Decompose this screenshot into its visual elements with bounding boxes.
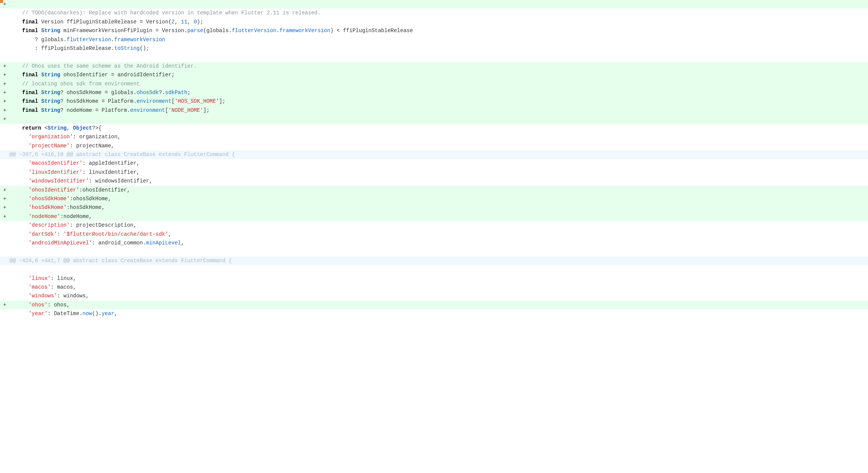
highlight-marker — [0, 0, 3, 3]
gutter: + — [0, 195, 9, 203]
code: final String ohosIdentifier = androidIde… — [9, 71, 868, 79]
diff-line: + — [0, 0, 868, 9]
diff-line: final String minFrameworkVersionFfiPlugi… — [0, 26, 868, 35]
code: final String? nodeHome = Platform.enviro… — [9, 106, 868, 115]
hunk-header: @@ -397,6 +410,10 @@ abstract class Crea… — [0, 150, 868, 159]
diff-line: 'windowsIdentifier': windowsIdentifier, — [0, 177, 868, 185]
code — [9, 115, 868, 124]
gutter: + — [0, 186, 9, 195]
code: 'linux': linux, — [9, 274, 868, 283]
gutter: + — [0, 203, 9, 212]
diff-line-added: + 'nodeHome':nodeHome, — [0, 212, 868, 221]
gutter — [0, 44, 9, 53]
code: 'macos': macos, — [9, 283, 868, 292]
code: 'nodeHome':nodeHome, — [9, 212, 868, 221]
code: 'year': DateTime.now().year, — [9, 309, 868, 318]
gutter: + — [0, 62, 9, 71]
gutter — [0, 274, 9, 283]
diff-line: 'dartSdk': '$flutterRoot/bin/cache/dart-… — [0, 230, 868, 239]
gutter — [0, 292, 9, 300]
code: 'projectName': projectName, — [9, 142, 868, 150]
diff-line-added: + // Ohos uses the same scheme as the An… — [0, 62, 868, 71]
gutter: + — [0, 88, 9, 97]
diff-line: 'organization': organization, — [0, 133, 868, 141]
code: 'windowsIdentifier': windowsIdentifier, — [9, 177, 868, 185]
diff-line-added: + final String? nodeHome = Platform.envi… — [0, 106, 868, 115]
diff-line-added: + — [0, 115, 868, 124]
code: // Ohos uses the same scheme as the Andr… — [9, 62, 868, 71]
gutter — [0, 168, 9, 177]
code — [9, 265, 868, 274]
code: // locating ohos sdk from environment — [9, 80, 868, 88]
code: 'androidMinApiLevel': android_common.min… — [9, 239, 868, 247]
diff-line-added: + 'ohos': ohos, — [0, 301, 868, 309]
hunk-header: @@ -424,6 +441,7 @@ abstract class Creat… — [0, 257, 868, 265]
gutter — [0, 239, 9, 247]
gutter — [0, 133, 9, 141]
gutter — [0, 26, 9, 35]
diff-line — [0, 53, 868, 62]
gutter — [0, 142, 9, 150]
gutter — [0, 177, 9, 185]
code: final String minFrameworkVersionFfiPlugi… — [9, 26, 868, 35]
code: // TODO(dacoharkes): Replace with hardco… — [9, 9, 868, 17]
gutter — [0, 265, 9, 274]
code: 'ohosIdentifier':ohosIdentifier, — [9, 186, 868, 195]
gutter — [0, 247, 9, 256]
code: return <String, Object?>{ — [9, 124, 868, 133]
diff-line: 'linuxIdentifier': linuxIdentifier, — [0, 168, 868, 177]
code: 'ohos': ohos, — [9, 301, 868, 309]
diff-line-added: + // locating ohos sdk from environment — [0, 80, 868, 88]
code: final Version ffiPluginStableRelease = V… — [9, 18, 868, 26]
diff-line: 'description': projectDescription, — [0, 221, 868, 230]
gutter: + — [0, 97, 9, 106]
gutter: + — [0, 115, 9, 124]
code — [9, 0, 868, 9]
gutter — [0, 9, 9, 17]
diff-line: 'projectName': projectName, — [0, 142, 868, 150]
gutter — [0, 53, 9, 62]
diff-line: ? globals.flutterVersion.frameworkVersio… — [0, 36, 868, 44]
gutter: + — [0, 212, 9, 221]
code: ? globals.flutterVersion.frameworkVersio… — [9, 36, 868, 44]
diff-line: final Version ffiPluginStableRelease = V… — [0, 18, 868, 26]
diff-line — [0, 247, 868, 256]
diff-line: // TODO(dacoharkes): Replace with hardco… — [0, 9, 868, 17]
gutter — [0, 230, 9, 239]
gutter — [0, 124, 9, 133]
diff-line-added: + final String ohosIdentifier = androidI… — [0, 71, 868, 79]
gutter — [0, 309, 9, 318]
gutter: + — [0, 71, 9, 79]
gutter — [0, 150, 9, 159]
diff-line-added: + final String? ohosSdkHome = globals.oh… — [0, 88, 868, 97]
code: 'linuxIdentifier': linuxIdentifier, — [9, 168, 868, 177]
gutter — [0, 36, 9, 44]
gutter: + — [0, 80, 9, 88]
code: 'ohosSdkHome':ohosSdkHome, — [9, 195, 868, 203]
code: 'hosSdkHome':hosSdkHome, — [9, 203, 868, 212]
gutter — [0, 159, 9, 168]
diff-line: return <String, Object?>{ — [0, 124, 868, 133]
diff-line: 'linux': linux, — [0, 274, 868, 283]
gutter: + — [0, 106, 9, 115]
diff-line: 'macos': macos, — [0, 283, 868, 292]
code: final String? hosSdkHome = Platform.envi… — [9, 97, 868, 106]
hunk-text: @@ -397,6 +410,10 @@ abstract class Crea… — [9, 150, 868, 159]
diff-line: 'androidMinApiLevel': android_common.min… — [0, 239, 868, 247]
gutter — [0, 221, 9, 230]
code: 'windows': windows, — [9, 292, 868, 300]
gutter — [0, 283, 9, 292]
hunk-text: @@ -424,6 +441,7 @@ abstract class Creat… — [9, 257, 868, 265]
diff-container: + // TODO(dacoharkes): Replace with hard… — [0, 0, 868, 318]
code: 'organization': organization, — [9, 133, 868, 141]
diff-line: 'year': DateTime.now().year, — [0, 309, 868, 318]
diff-line: 'windows': windows, — [0, 292, 868, 300]
diff-line-added: + 'ohosSdkHome':ohosSdkHome, — [0, 195, 868, 203]
code — [9, 53, 868, 62]
diff-line: 'macosIdentifier': appleIdentifier, — [0, 159, 868, 168]
diff-line-added: + 'ohosIdentifier':ohosIdentifier, — [0, 186, 868, 195]
code: 'dartSdk': '$flutterRoot/bin/cache/dart-… — [9, 230, 868, 239]
code: : ffiPluginStableRelease.toString(); — [9, 44, 868, 53]
diff-line — [0, 265, 868, 274]
diff-line-added: + final String? hosSdkHome = Platform.en… — [0, 97, 868, 106]
